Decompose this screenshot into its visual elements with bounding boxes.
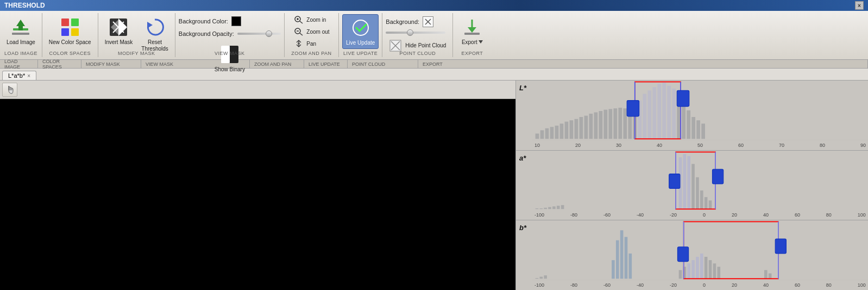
svg-rect-93 — [539, 277, 543, 279]
svg-rect-42 — [594, 112, 597, 139]
bg-color-label: Background Color: — [179, 18, 228, 24]
section-load-image: LOAD IMAGE — [0, 60, 38, 68]
svg-rect-67 — [627, 101, 639, 116]
pan-button[interactable]: Pan — [291, 38, 318, 49]
show-binary-label: Show Binary — [215, 66, 245, 73]
ribbon-group-point-cloud: Background: — [382, 13, 453, 57]
a-star-canvas — [532, 151, 868, 211]
live-update-group-label: LIVE UPDATE — [339, 51, 382, 56]
zoom-out-icon — [293, 27, 304, 36]
svg-rect-63 — [696, 120, 700, 139]
svg-rect-53 — [647, 90, 651, 139]
svg-rect-110 — [764, 270, 768, 279]
svg-rect-90 — [712, 169, 723, 184]
svg-rect-107 — [709, 260, 712, 279]
svg-rect-5 — [61, 28, 69, 36]
svg-rect-81 — [691, 164, 695, 209]
svg-rect-37 — [570, 120, 574, 139]
zoom-out-label: Zoom out — [306, 29, 329, 35]
svg-rect-116 — [775, 239, 786, 254]
bg-opacity-label: Background Opacity: — [179, 30, 234, 37]
hand-tool-icon — [5, 85, 14, 94]
bg-opacity-slider[interactable] — [237, 33, 281, 35]
export-group-label: EXPORT — [453, 51, 491, 56]
ribbon-group-load-image: Load Image LOAD IMAGE — [0, 13, 42, 57]
a-star-histogram[interactable]: a* — [516, 151, 868, 221]
a-star-axis: -100 -80 -60 -40 -20 0 20 40 60 80 100 — [532, 210, 868, 220]
svg-rect-106 — [705, 257, 708, 279]
svg-rect-99 — [629, 254, 632, 279]
svg-rect-57 — [667, 86, 671, 139]
point-cloud-slider[interactable] — [386, 32, 445, 34]
svg-rect-32 — [545, 128, 549, 139]
load-image-button[interactable]: Load Image — [3, 14, 39, 48]
svg-rect-38 — [575, 119, 578, 139]
b-star-histogram[interactable]: b* — [516, 220, 868, 290]
svg-rect-56 — [662, 83, 666, 139]
l-star-histogram[interactable]: L* — [516, 81, 868, 151]
hand-tool-button[interactable] — [2, 83, 17, 97]
svg-rect-72 — [539, 208, 543, 209]
svg-rect-6 — [71, 28, 79, 36]
hide-point-cloud-label: Hide Point Cloud — [405, 42, 446, 49]
svg-line-17 — [300, 33, 303, 35]
svg-rect-84 — [705, 197, 708, 209]
svg-rect-30 — [536, 133, 539, 139]
zoom-in-button[interactable]: Zoom in — [291, 14, 328, 25]
svg-rect-48 — [623, 108, 627, 139]
load-image-label: Load Image — [7, 39, 35, 46]
section-zoom-pan: ZOOM AND PAN — [250, 60, 304, 68]
bg-color-swatch[interactable] — [231, 16, 241, 26]
svg-rect-104 — [696, 257, 699, 279]
svg-rect-77 — [561, 205, 564, 209]
ribbon-group-color-spaces: New Color Space COLOR SPACES — [42, 13, 98, 57]
svg-rect-52 — [643, 94, 646, 139]
export-icon — [461, 16, 483, 38]
image-toolbar — [0, 81, 515, 99]
export-button[interactable]: Export — [458, 14, 486, 48]
svg-rect-35 — [560, 124, 564, 139]
zoom-pan-group-label: ZOOM AND PAN — [285, 51, 338, 56]
svg-rect-82 — [696, 177, 699, 208]
a-star-label: a* — [519, 154, 526, 162]
svg-rect-97 — [620, 231, 624, 279]
ribbon-group-modify-mask: Invert Mask ResetThresholds MODIFY MASK — [98, 13, 175, 57]
live-update-button[interactable]: Live Update — [342, 14, 379, 49]
svg-rect-105 — [700, 254, 703, 279]
svg-rect-27 — [464, 33, 480, 35]
svg-rect-94 — [544, 275, 547, 279]
zoom-out-button[interactable]: Zoom out — [291, 26, 331, 37]
left-panel — [0, 81, 516, 290]
modify-mask-group-label: MODIFY MASK — [98, 51, 175, 56]
invert-mask-button[interactable]: Invert Mask — [102, 14, 136, 48]
l-star-label: L* — [519, 84, 526, 92]
svg-rect-62 — [691, 117, 695, 139]
svg-rect-2 — [12, 33, 29, 35]
main-content: L* — [0, 81, 868, 290]
show-binary-button[interactable]: Show Binary — [211, 41, 248, 75]
lab-tab[interactable]: L*a*b* × — [2, 71, 36, 80]
svg-rect-47 — [618, 108, 622, 139]
svg-rect-60 — [682, 104, 685, 139]
l-star-canvas — [532, 81, 868, 140]
close-button[interactable]: × — [855, 1, 864, 10]
export-dropdown-icon — [479, 40, 483, 45]
section-live-update: LIVE UPDATE — [304, 60, 348, 68]
app-title: THRESHOLD — [4, 2, 855, 9]
svg-rect-33 — [550, 127, 554, 139]
lab-tab-close[interactable]: × — [27, 73, 30, 79]
svg-rect-108 — [713, 264, 716, 279]
svg-rect-45 — [608, 109, 612, 139]
invert-mask-label: Invert Mask — [105, 39, 133, 46]
b-star-label: b* — [519, 224, 526, 232]
svg-rect-36 — [565, 122, 569, 139]
load-image-group-label: LOAD IMAGE — [0, 51, 42, 56]
new-color-space-button[interactable]: New Color Space — [46, 14, 95, 48]
background-opacity-row: Background Opacity: — [179, 30, 281, 37]
reset-thresholds-button[interactable]: ResetThresholds — [138, 14, 171, 54]
pan-icon — [293, 39, 304, 48]
live-update-label: Live Update — [346, 40, 375, 46]
svg-rect-103 — [691, 260, 695, 279]
live-update-icon — [350, 17, 372, 39]
svg-rect-98 — [625, 237, 628, 279]
